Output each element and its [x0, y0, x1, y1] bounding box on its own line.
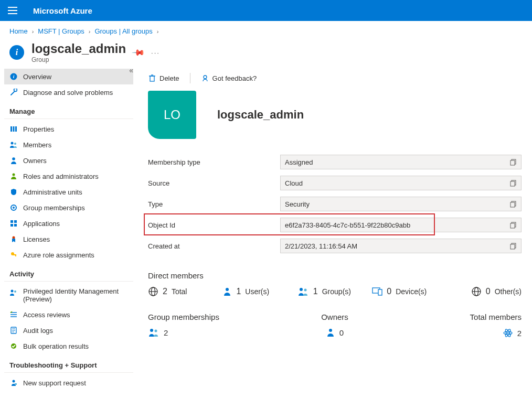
lower-stats: Group memberships 2 Owners 0 Total membe… [148, 313, 522, 338]
collapse-icon[interactable]: « [129, 66, 133, 74]
svg-rect-36 [510, 160, 515, 165]
properties-icon [9, 125, 18, 133]
copy-icon[interactable] [510, 180, 517, 187]
svg-point-15 [13, 236, 15, 239]
sidebar-item-roles[interactable]: Roles and administrators [4, 168, 133, 184]
sidebar-item-properties[interactable]: Properties [4, 121, 133, 137]
lower-title: Total members [397, 313, 522, 321]
people-icon [297, 287, 309, 296]
topbar: Microsoft Azure [0, 0, 532, 21]
delete-button[interactable]: Delete [148, 74, 179, 82]
stat-devices[interactable]: 0 Device(s) [372, 286, 446, 297]
people-icon [9, 141, 18, 149]
breadcrumb-msft-groups[interactable]: MSFT | Groups [38, 27, 84, 35]
menu-icon[interactable] [8, 7, 17, 14]
group-name: logscale_admin [217, 108, 304, 122]
sidebar-item-overview[interactable]: i Overview [4, 69, 133, 84]
svg-point-58 [329, 329, 332, 332]
svg-point-48 [226, 288, 229, 291]
stat-groups[interactable]: 1 Group(s) [297, 286, 372, 297]
lower-total-members[interactable]: Total members 2 [397, 313, 522, 338]
sidebar-item-access-reviews[interactable]: Access reviews [4, 307, 133, 322]
page-title: logscale_admin [31, 41, 126, 56]
breadcrumb-all-groups[interactable]: Groups | All groups [94, 27, 152, 35]
person-icon [9, 156, 18, 165]
svg-rect-40 [510, 202, 515, 207]
copy-icon[interactable] [510, 243, 517, 250]
person-icon [326, 328, 335, 337]
stat-users[interactable]: 1 User(s) [222, 286, 297, 297]
sidebar-item-diagnose[interactable]: Diagnose and solve problems [4, 84, 133, 100]
svg-rect-31 [150, 76, 154, 81]
svg-rect-12 [14, 220, 17, 223]
svg-point-57 [155, 330, 157, 332]
sidebar-item-support[interactable]: New support request [4, 375, 133, 391]
svg-point-29 [13, 380, 15, 383]
more-icon[interactable]: ··· [151, 49, 160, 57]
svg-point-50 [304, 289, 306, 292]
svg-point-19 [11, 290, 14, 293]
sidebar-item-label: Members [23, 141, 51, 149]
sidebar-item-applications[interactable]: Applications [4, 216, 133, 231]
avatar-initials: LO [164, 107, 180, 122]
sidebar-item-pim[interactable]: Privileged Identity Management (Preview) [4, 284, 133, 307]
sidebar-item-label: Azure role assignments [23, 251, 94, 259]
prop-value-source[interactable]: Cloud [280, 176, 522, 190]
stat-total[interactable]: 2 Total [148, 286, 222, 297]
checklist-icon [9, 310, 18, 319]
svg-rect-30 [15, 383, 17, 385]
prop-value-object-id[interactable]: e6f2a733-8405-4c7c-b551-9f22b80c9abb [280, 218, 522, 232]
lower-title: Owners [272, 313, 397, 321]
svg-rect-42 [510, 223, 515, 228]
copy-icon[interactable] [510, 159, 517, 166]
sidebar-item-licenses[interactable]: Licenses [4, 231, 133, 247]
delete-label: Delete [159, 74, 179, 82]
sidebar-item-label: Owners [23, 157, 47, 165]
lower-group-memberships[interactable]: Group memberships 2 [148, 313, 272, 338]
prop-value-membership-type[interactable]: Assigned [280, 155, 522, 169]
page-subtitle: Group [31, 56, 126, 63]
pin-icon[interactable]: 📌 [131, 45, 146, 60]
sidebar-item-azure-role[interactable]: Azure role assignments [4, 247, 133, 263]
svg-rect-2 [10, 126, 12, 132]
sidebar-section-activity: Activity [4, 263, 133, 282]
svg-rect-11 [10, 220, 13, 223]
svg-point-20 [14, 290, 16, 293]
svg-point-10 [13, 207, 15, 209]
atom-icon [503, 328, 513, 338]
prop-value-type[interactable]: Security [280, 197, 522, 211]
sidebar-item-label: Audit logs [23, 327, 53, 335]
brand-label: Microsoft Azure [33, 6, 92, 15]
prop-value-created[interactable]: 2/21/2023, 11:16:54 AM [280, 239, 522, 253]
sidebar-item-members[interactable]: Members [4, 137, 133, 153]
properties-table: Membership type Assigned Source Cloud Ty… [148, 155, 522, 253]
shield-icon [9, 188, 18, 196]
svg-rect-18 [15, 254, 16, 256]
sidebar-item-owners[interactable]: Owners [4, 153, 133, 168]
pim-icon [9, 288, 18, 297]
svg-rect-52 [378, 289, 382, 295]
info-circle-icon: i [9, 72, 18, 81]
lower-owners[interactable]: Owners 0 [272, 313, 397, 338]
device-icon [372, 287, 382, 296]
sidebar-item-audit-logs[interactable]: Audit logs [4, 322, 133, 338]
main-content: Delete Got feedback? LO logscale_admin M… [137, 69, 532, 401]
copy-icon[interactable] [510, 222, 517, 229]
sidebar-item-group-memberships[interactable]: Group memberships [4, 200, 133, 216]
svg-point-8 [13, 174, 15, 176]
feedback-button[interactable]: Got feedback? [201, 74, 257, 82]
copy-icon[interactable] [510, 201, 517, 208]
svg-rect-4 [15, 126, 17, 132]
chevron-right-icon: › [32, 28, 34, 35]
key-icon [9, 251, 18, 259]
prop-label: Source [148, 179, 280, 187]
stat-others[interactable]: 0 Other(s) [447, 286, 522, 297]
sidebar-item-bulk-results[interactable]: Bulk operation results [4, 338, 133, 354]
sidebar-item-label: Roles and administrators [23, 173, 99, 180]
breadcrumb-home[interactable]: Home [9, 27, 28, 35]
sidebar-item-label: Diagnose and solve problems [23, 89, 113, 96]
sidebar-item-admin-units[interactable]: Administrative units [4, 184, 133, 200]
support-icon [9, 379, 18, 387]
svg-point-7 [12, 157, 15, 160]
svg-point-56 [150, 329, 153, 332]
